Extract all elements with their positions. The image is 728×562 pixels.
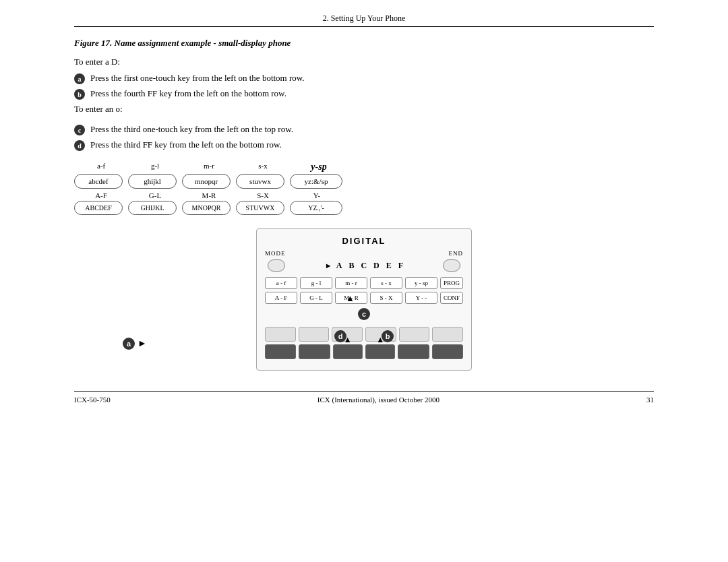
key-mnopqr: mnopqr [182,174,231,189]
pkey-SX: S - X [370,292,402,304]
arrow-c-up: ▲ [346,293,355,304]
page-footer: ICX-50-750 ICX (International), issued O… [74,391,654,404]
dark-key-2 [299,344,330,359]
footer-center: ICX (International), issued October 2000 [317,396,439,404]
figure-caption: Figure 17. Name assignment example - sma… [74,38,654,49]
badge-d-phone: d [334,330,346,342]
header-title: 2. Setting Up Your Phone [323,13,406,23]
phone-body: DIGITAL MODE END ► A B C D E F [256,228,472,371]
badge-a: a [74,73,85,84]
col-label-gl: g-l [131,162,179,173]
end-label: END [449,250,464,257]
phone-diagram-container: DIGITAL MODE END ► A B C D E F [74,228,654,371]
pkey-AF: A - F [265,292,297,304]
pkey-mr: m - r [335,277,367,289]
key-MNOPQR: MNOPQR [182,201,231,215]
badge-b: b [74,89,85,100]
col-label-mr: m-r [185,162,233,173]
badge-d: d [74,140,85,151]
step-a-item: a Press the first one-touch key from the… [74,73,654,84]
phone-bottom-key-row: A - F G - L M - R S - X Y - - CONF [265,292,463,304]
badge-c-phone: c [358,308,370,320]
pkey-gl: g - l [300,277,332,289]
phone-brand: DIGITAL [265,236,463,246]
col-label-af: a-f [77,162,125,173]
nav-label-F: F [398,261,403,271]
pkey-prog: PROG [440,277,463,289]
key-ghijkl: ghijkl [128,174,177,189]
pkey-sx: s - x [370,277,402,289]
step-b-item: b Press the fourth FF key from the left … [74,88,654,100]
key-STUVWX: STUVWX [236,201,284,215]
key-YZ: YZ.,'- [290,201,342,215]
dark-key-6 [432,344,463,359]
nav-label-E: E [386,261,392,271]
pkey-conf: CONF [440,292,463,304]
phone-dark-row: ▲ ▲ [265,344,463,359]
pkey-GL: G - L [300,292,332,304]
dark-key-5 [398,344,429,359]
key-stuvwx: stuvwx [236,174,284,189]
badge-c: c [74,125,85,135]
nav-right-btn[interactable] [443,259,460,272]
step-c-item: c Press the third one-touch key from the… [74,124,654,135]
col-label-MR: M-R [185,191,233,199]
dark-key-4 [365,344,395,359]
instruction-enter-d: To enter a D: [74,57,654,67]
footer-left: ICX-50-750 [74,396,111,404]
footer-right: 31 [646,396,654,404]
nav-label-C: C [361,261,367,271]
key-yzsp: yz:&/sp [290,174,342,189]
col-label-AF: A-F [77,191,125,199]
pkey-af: a - f [265,277,297,289]
dark-key-3 [333,344,363,359]
dark-key-1 [265,344,296,359]
col-label-SX: S-X [239,191,287,199]
key-abcdef: abcdef [74,174,123,189]
nav-left-btn[interactable] [268,259,285,272]
phone-nav-row: ► A B C D E F [265,259,463,272]
instruction-enter-o: To enter an o: [74,104,654,115]
nav-label-A: A [336,261,342,271]
key-ABCDEF: ABCDEF [74,201,123,215]
badges-db-wrapper: d b [74,330,654,342]
page-header: 2. Setting Up Your Phone [74,13,654,27]
pkey-Y: Y - - [405,292,437,304]
phone-top-row: MODE END [265,250,463,257]
keyboard-diagram: a-f g-l m-r s-x y-sp abcdef ghijkl mnopq… [74,162,654,215]
nav-label-D: D [373,261,380,271]
step-d-item: d Press the third FF key from the left o… [74,139,654,151]
key-GHIJKL: GHIJKL [128,201,177,215]
col-label-sx: s-x [239,162,287,173]
badge-b-phone: b [382,330,394,342]
col-label-GL: G-L [131,191,179,199]
phone-top-key-row: a - f g - l m - r s - x y - sp PROG [265,277,463,289]
nav-label-B: B [348,261,354,271]
mode-label: MODE [265,250,286,257]
pkey-ysp: y - sp [405,277,437,289]
col-label-Y: Y- [293,191,341,199]
col-label-ysp: y-sp [293,162,345,173]
